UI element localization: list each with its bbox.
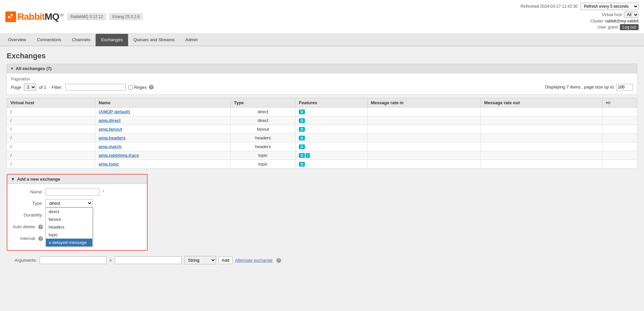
refresh-row: Refreshed 2024-03-17 11:42:30 Refresh ev… xyxy=(521,3,639,10)
name-label: Name: xyxy=(13,189,43,194)
table-col-message-rate-in: Message rate in xyxy=(367,98,481,108)
cell-actions xyxy=(602,125,637,134)
cell-name[interactable]: (AMQP default) xyxy=(95,108,230,116)
cell-features: D xyxy=(296,160,367,169)
filter-input[interactable] xyxy=(65,84,126,90)
type-select[interactable]: directfanoutheaderstopicx-delayed-messag… xyxy=(46,199,93,207)
cell-actions xyxy=(602,142,637,151)
nav-item-channels[interactable]: Channels xyxy=(66,34,96,46)
regex-checkbox[interactable] xyxy=(128,85,133,89)
table-col-name: Name xyxy=(95,98,230,108)
nav-item-connections[interactable]: Connections xyxy=(32,34,66,46)
dropdown-option-direct[interactable]: direct xyxy=(46,208,92,215)
pagination-label: Pagination xyxy=(11,77,633,81)
regex-help-icon[interactable]: ? xyxy=(149,85,154,89)
nav-item-overview[interactable]: Overview xyxy=(3,34,32,46)
cell-rate-in xyxy=(367,160,481,169)
cell-type: direct xyxy=(230,116,296,125)
nav-item-queues[interactable]: Queues and Streams xyxy=(128,34,180,46)
alt-exchange-help-icon[interactable]: ? xyxy=(276,258,281,263)
header: RabbitMQTM RabbitMQ 3.12.12 Erlang 25.3.… xyxy=(0,0,644,34)
add-exchange-label: Add a new exchange xyxy=(17,177,60,182)
displaying-info: Displaying 7 items , page size up to: xyxy=(545,84,633,90)
internal-text: Internal: xyxy=(20,236,36,241)
add-exchange-section: ▼ Add a new exchange Name: * Type: direc… xyxy=(7,174,148,251)
regex-label: Regex ? xyxy=(128,85,154,90)
dropdown-option-fanout[interactable]: fanout xyxy=(46,215,92,223)
table-header: Virtual hostNameTypeFeaturesMessage rate… xyxy=(7,98,637,108)
cell-rate-in xyxy=(367,151,481,160)
cell-features: D xyxy=(296,125,367,134)
content: Exchanges ▼ All exchanges (7) Pagination… xyxy=(0,46,644,310)
cell-features: D xyxy=(296,108,367,116)
args-type-select[interactable]: Stringintdoublefloatbooleanbinarybytesho… xyxy=(184,256,216,264)
cell-name[interactable]: amq.headers xyxy=(95,134,230,142)
svg-rect-1 xyxy=(11,14,13,16)
internal-label: Internal: ? xyxy=(13,236,43,241)
user-label: User xyxy=(597,25,606,29)
page-size-input[interactable] xyxy=(616,84,633,90)
section-arrow: ▼ xyxy=(10,67,14,70)
name-input[interactable] xyxy=(46,188,99,196)
cell-actions xyxy=(602,108,637,116)
cell-name[interactable]: amq.fanout xyxy=(95,125,230,134)
cell-rate-in xyxy=(367,134,481,142)
logo-area: RabbitMQTM RabbitMQ 3.12.12 Erlang 25.3.… xyxy=(5,11,143,22)
cell-actions xyxy=(602,134,637,142)
nav-item-exchanges[interactable]: Exchanges xyxy=(96,34,128,46)
page-title: Exchanges xyxy=(7,52,637,60)
args-label: Arguments: xyxy=(7,258,37,263)
nav-item-admin[interactable]: Admin xyxy=(180,34,203,46)
cell-name[interactable]: amq.match xyxy=(95,142,230,151)
add-exchange-header[interactable]: ▼ Add a new exchange xyxy=(7,175,147,184)
dropdown-option-topic[interactable]: topic xyxy=(46,231,92,239)
cell-rate-in xyxy=(367,125,481,134)
name-row: Name: * xyxy=(13,188,142,196)
cell-features: DI xyxy=(296,151,367,160)
logo: RabbitMQTM xyxy=(5,11,63,22)
alternate-exchange-link[interactable]: Alternate exchange xyxy=(235,258,273,263)
cell-vhost: / xyxy=(7,151,95,160)
cell-vhost: / xyxy=(7,125,95,134)
cell-rate-in xyxy=(367,116,481,125)
pagination-controls: Page 1 of 1 - Filter: Regex ? Displaying… xyxy=(11,83,633,91)
cell-vhost: / xyxy=(7,116,95,125)
table-row: /amq.matchheadersD xyxy=(7,142,637,151)
dropdown-option-headers[interactable]: headers xyxy=(46,223,92,231)
args-equals: = xyxy=(109,258,112,263)
type-row: Type: directfanoutheaderstopicx-delayed-… xyxy=(13,199,142,207)
table-col-message-rate-out: Message rate out xyxy=(481,98,602,108)
type-label: Type: xyxy=(13,201,43,206)
page-select[interactable]: 1 xyxy=(24,83,36,91)
args-row: Arguments: = Stringintdoublefloatboolean… xyxy=(7,256,637,264)
cell-vhost: / xyxy=(7,142,95,151)
type-wrapper: directfanoutheaderstopicx-delayed-messag… xyxy=(46,199,93,207)
auto-delete-help-icon[interactable]: ? xyxy=(38,225,43,229)
args-key-input[interactable] xyxy=(40,256,107,264)
all-exchanges-section-header[interactable]: ▼ All exchanges (7) xyxy=(7,64,637,73)
vhost-row: Virtual host All / xyxy=(521,11,639,18)
version-info: RabbitMQ 3.12.12 Erlang 25.3.2.8 xyxy=(67,13,143,20)
cell-name[interactable]: amq.topic xyxy=(95,160,230,169)
refresh-select[interactable]: Refresh every 5 seconds Refresh every 10… xyxy=(580,3,639,10)
add-args-button[interactable]: Add xyxy=(219,256,232,264)
dropdown-option-x-delayed-message[interactable]: x-delayed-message xyxy=(46,239,92,246)
vhost-select[interactable]: All / xyxy=(624,11,639,18)
logo-icon xyxy=(5,11,16,22)
cell-type: topic xyxy=(230,151,296,160)
table-row: /amq.headersheadersD xyxy=(7,134,637,142)
cell-name[interactable]: amq.direct xyxy=(95,116,230,125)
exchanges-table: Virtual hostNameTypeFeaturesMessage rate… xyxy=(7,98,637,169)
internal-help-icon[interactable]: ? xyxy=(38,236,43,241)
cell-actions xyxy=(602,151,637,160)
cell-features: D xyxy=(296,142,367,151)
table-col-type: Type xyxy=(230,98,296,108)
displaying-label: Displaying 7 items , page size up to: xyxy=(545,84,615,89)
logo-tm: TM xyxy=(59,13,63,17)
cell-vhost: / xyxy=(7,160,95,169)
svg-rect-0 xyxy=(8,16,10,18)
args-value-input[interactable] xyxy=(115,256,182,264)
user-value: guest xyxy=(608,25,618,29)
cell-name[interactable]: amq.rabbitmq.trace xyxy=(95,151,230,160)
logout-button[interactable]: Log out xyxy=(620,24,639,30)
